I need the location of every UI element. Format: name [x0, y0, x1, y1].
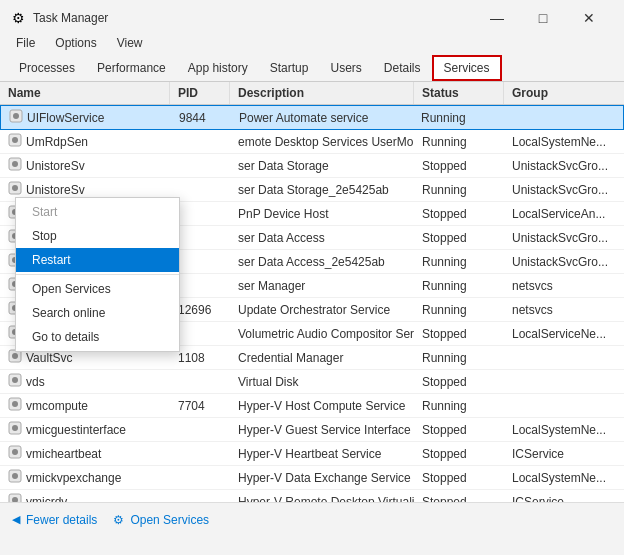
svg-point-5 [12, 161, 18, 167]
cell-description: PnP Device Host [230, 202, 414, 225]
svg-point-29 [12, 449, 18, 455]
cell-status: Running [414, 250, 504, 273]
cell-status: Running [414, 346, 504, 369]
cell-group: UnistackSvcGro... [504, 250, 624, 273]
service-icon [9, 109, 23, 126]
svg-point-21 [12, 353, 18, 359]
menu-view[interactable]: View [109, 34, 151, 52]
cell-description: Hyper-V Heartbeat Service [230, 442, 414, 465]
tab-performance[interactable]: Performance [86, 55, 177, 81]
context-start[interactable]: Start [16, 200, 179, 224]
tab-services[interactable]: Services [432, 55, 502, 81]
cell-group: LocalSystemNe... [504, 466, 624, 489]
cell-name: vmickvpexchange [0, 466, 170, 489]
tab-details[interactable]: Details [373, 55, 432, 81]
cell-description: Volumetric Audio Compositor Service [230, 322, 414, 345]
title-bar: ⚙ Task Manager — □ ✕ [0, 0, 624, 32]
table-row[interactable]: UnistoreSv ser Data Storage Stopped Unis… [0, 154, 624, 178]
cell-name: vmicheartbeat [0, 442, 170, 465]
col-name[interactable]: Name [0, 82, 170, 104]
service-icon [8, 181, 22, 198]
context-separator-1 [16, 274, 179, 275]
table-row[interactable]: vmicheartbeat Hyper-V Heartbeat Service … [0, 442, 624, 466]
cell-pid [170, 130, 230, 153]
cell-status: Stopped [414, 370, 504, 393]
open-services-label: Open Services [130, 513, 209, 527]
cell-group [504, 370, 624, 393]
table-row[interactable]: vmicguestinterface Hyper-V Guest Service… [0, 418, 624, 442]
cell-status: Running [414, 298, 504, 321]
tab-users[interactable]: Users [319, 55, 372, 81]
cell-pid [170, 370, 230, 393]
cell-description: Virtual Disk [230, 370, 414, 393]
table-row[interactable]: vmicrdv Hyper-V Remote Desktop Virtualiz… [0, 490, 624, 502]
cell-status: Running [414, 274, 504, 297]
cell-status: Stopped [414, 418, 504, 441]
col-status[interactable]: Status [414, 82, 504, 104]
cell-description: Update Orchestrator Service [230, 298, 414, 321]
svg-point-3 [12, 137, 18, 143]
cell-name: UIFlowService [1, 106, 171, 129]
cell-group [504, 346, 624, 369]
window-controls: — □ ✕ [474, 2, 612, 34]
cell-group: ICService [504, 490, 624, 502]
svg-point-1 [13, 113, 19, 119]
col-group[interactable]: Group [504, 82, 624, 104]
menu-options[interactable]: Options [47, 34, 104, 52]
cell-name: vmcompute [0, 394, 170, 417]
cell-group [503, 106, 623, 129]
col-description[interactable]: Description [230, 82, 414, 104]
cell-name: vmicrdv [0, 490, 170, 502]
cell-status: Running [413, 106, 503, 129]
fewer-details-label: Fewer details [26, 513, 97, 527]
cell-pid [170, 466, 230, 489]
context-open-services[interactable]: Open Services [16, 277, 179, 301]
close-button[interactable]: ✕ [566, 2, 612, 34]
cell-description: Credential Manager [230, 346, 414, 369]
context-go-to-details[interactable]: Go to details [16, 325, 179, 349]
menu-file[interactable]: File [8, 34, 43, 52]
cell-status: Stopped [414, 226, 504, 249]
table-row[interactable]: vmcompute 7704 Hyper-V Host Compute Serv… [0, 394, 624, 418]
cell-group: UnistackSvcGro... [504, 226, 624, 249]
context-stop[interactable]: Stop [16, 224, 179, 248]
tab-app-history[interactable]: App history [177, 55, 259, 81]
cell-description: ser Data Access_2e5425ab [230, 250, 414, 273]
context-restart[interactable]: Restart [16, 248, 179, 272]
cell-pid [170, 442, 230, 465]
cell-name: vds [0, 370, 170, 393]
cell-status: Running [414, 394, 504, 417]
cell-group: LocalSystemNe... [504, 130, 624, 153]
service-icon [8, 373, 22, 390]
fewer-details-button[interactable]: ◀ Fewer details [12, 513, 97, 527]
context-menu: Start Stop Restart Open Services Search … [15, 197, 180, 352]
cell-name: UmRdpSen [0, 130, 170, 153]
cell-group: UnistackSvcGro... [504, 178, 624, 201]
service-icon [8, 469, 22, 486]
table-row[interactable]: UmRdpSen emote Desktop Services UserMode… [0, 130, 624, 154]
cell-group: netsvcs [504, 298, 624, 321]
cell-description: ser Data Access [230, 226, 414, 249]
status-bar: ◀ Fewer details ⚙ Open Services [0, 502, 624, 536]
cell-group: UnistackSvcGro... [504, 154, 624, 177]
app-icon: ⚙ [12, 10, 25, 26]
cell-status: Running [414, 130, 504, 153]
table-row[interactable]: vds Virtual Disk Stopped [0, 370, 624, 394]
table-row[interactable]: vmickvpexchange Hyper-V Data Exchange Se… [0, 466, 624, 490]
context-search-online[interactable]: Search online [16, 301, 179, 325]
service-icon [8, 493, 22, 502]
col-pid[interactable]: PID [170, 82, 230, 104]
open-services-button[interactable]: ⚙ Open Services [113, 513, 209, 527]
cell-pid [170, 490, 230, 502]
maximize-button[interactable]: □ [520, 2, 566, 34]
cell-status: Stopped [414, 154, 504, 177]
menu-bar: File Options View [0, 32, 624, 54]
cell-description: emote Desktop Services UserMode ... [230, 130, 414, 153]
table-row[interactable]: UIFlowService 9844 Power Automate servic… [0, 105, 624, 130]
service-icon [8, 133, 22, 150]
window-title: Task Manager [33, 11, 108, 25]
cell-name: vmicguestinterface [0, 418, 170, 441]
minimize-button[interactable]: — [474, 2, 520, 34]
tab-startup[interactable]: Startup [259, 55, 320, 81]
tab-processes[interactable]: Processes [8, 55, 86, 81]
